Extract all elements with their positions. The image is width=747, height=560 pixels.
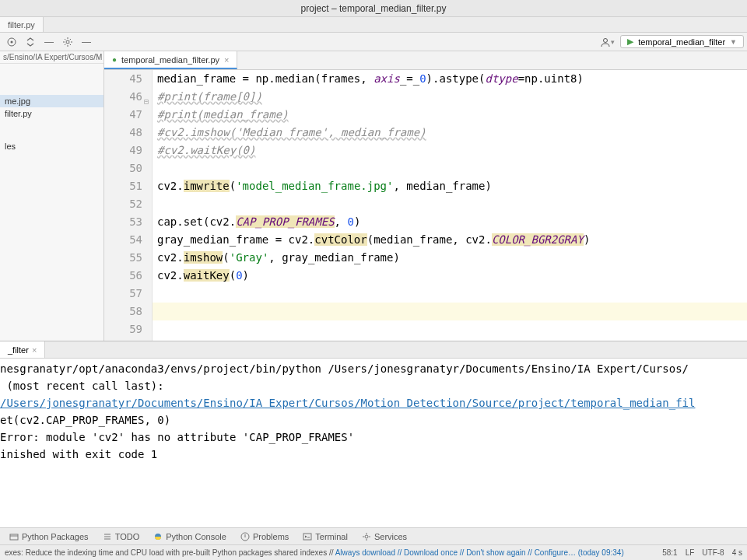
project-breadcrumb: s/Ensino/IA Expert/Cursos/M: [0, 51, 103, 64]
close-icon[interactable]: ×: [224, 55, 229, 65]
target-icon[interactable]: [3, 33, 20, 51]
code-line[interactable]: cap.set(cv2.CAP_PROP_FRAMES, 0): [153, 213, 747, 231]
gutter-line: 45: [104, 70, 142, 88]
python-console-button[interactable]: Python Console: [147, 528, 233, 544]
navigation-bar: — — ▾ ▶ temporal_median_filter ▼: [0, 33, 747, 51]
line-gutter: 4546⊟4748495051525354555657585960: [104, 70, 153, 341]
editor-tab-bar: ● temporal_median_filter.py ×: [104, 51, 747, 70]
code-line[interactable]: gray_median_frame = cv2.cvtColor(median_…: [153, 231, 747, 249]
window-title-bar: project – temporal_median_filter.py: [0, 0, 747, 17]
code-line[interactable]: [153, 303, 747, 320]
terminal-button[interactable]: Terminal: [296, 528, 354, 544]
project-item-extra[interactable]: les: [0, 140, 103, 152]
svg-point-9: [365, 535, 368, 538]
console-line: et(cv2.CAP_PROP_FRAMES, 0): [0, 411, 747, 429]
console-line: (most recent call last):: [0, 377, 747, 394]
services-button[interactable]: Services: [356, 528, 413, 544]
run-config-selector[interactable]: ▶ temporal_median_filter ▼: [620, 35, 744, 48]
code-line[interactable]: #print(median_frame): [153, 106, 747, 124]
code-line[interactable]: cv2.waitKey(0): [153, 267, 747, 285]
run-tab[interactable]: _filter ×: [0, 341, 45, 358]
svg-rect-4: [10, 534, 18, 540]
code-line[interactable]: [153, 338, 747, 341]
status-right: 58:1 LF UTF-8 4 s: [662, 548, 742, 557]
project-item[interactable]: me.jpg: [0, 95, 103, 107]
console-line: Error: module 'cv2' has no attribute 'CA…: [0, 429, 747, 446]
nav-left-group: — —: [3, 33, 95, 51]
status-bar: exes: Reduce the indexing time and CPU l…: [0, 544, 747, 560]
hide-icon[interactable]: —: [78, 33, 95, 51]
editor-tab[interactable]: ● temporal_median_filter.py ×: [104, 51, 237, 69]
code-line[interactable]: median_frame = np.median(frames, axis_=_…: [153, 70, 747, 88]
gutter-line: 53: [104, 213, 142, 231]
gutter-line: 54: [104, 231, 142, 249]
code-line[interactable]: [153, 159, 747, 177]
code-line[interactable]: [153, 320, 747, 338]
gutter-line: 57: [104, 285, 142, 303]
editor-tab-label: temporal_median_filter.py: [121, 55, 219, 65]
code-line[interactable]: [153, 285, 747, 303]
code-body[interactable]: median_frame = np.median(frames, axis_=_…: [153, 70, 747, 341]
run-panel: _filter × nesgranatyr/opt/anaconda3/envs…: [0, 341, 747, 527]
gutter-line: 48: [104, 124, 142, 142]
gutter-line: 50: [104, 159, 142, 177]
code-editor[interactable]: 4546⊟4748495051525354555657585960 median…: [104, 70, 747, 341]
code-line[interactable]: #cv2.waitKey(0): [153, 142, 747, 159]
close-icon[interactable]: ×: [32, 345, 37, 355]
user-icon[interactable]: ▾: [598, 33, 615, 51]
console-line: inished with exit code 1: [0, 446, 747, 463]
python-packages-button[interactable]: Python Packages: [3, 528, 95, 544]
status-links[interactable]: Always download // Download once // Don'…: [335, 548, 624, 557]
file-encoding[interactable]: UTF-8: [702, 548, 724, 557]
cursor-position[interactable]: 58:1: [662, 548, 677, 557]
gutter-line: 51: [104, 177, 142, 195]
indent-info[interactable]: 4 s: [732, 548, 742, 557]
svg-point-1: [11, 40, 13, 43]
problems-button[interactable]: Problems: [234, 528, 295, 544]
gutter-line: 52: [104, 195, 142, 213]
run-config-label: temporal_median_filter: [638, 37, 725, 47]
window-title: project – temporal_median_filter.py: [301, 3, 447, 14]
top-tab-label: filter.py: [8, 20, 35, 30]
project-tree[interactable]: s/Ensino/IA Expert/Cursos/M me.jpgfilter…: [0, 51, 104, 341]
code-line[interactable]: #cv2.imshow('Median frame', median_frame…: [153, 124, 747, 142]
svg-point-3: [603, 38, 607, 42]
code-line[interactable]: #print(frame[0]): [153, 88, 747, 106]
gutter-line: 56: [104, 267, 142, 285]
collapse-all-icon[interactable]: —: [40, 33, 58, 51]
bottom-tool-strip: Python Packages TODO Python Console Prob…: [0, 527, 747, 544]
code-line[interactable]: cv2.imshow('Gray', gray_median_frame): [153, 249, 747, 267]
status-message: exes: Reduce the indexing time and CPU l…: [5, 548, 624, 557]
gutter-line: 60: [104, 338, 142, 341]
run-tab-strip: _filter ×: [0, 341, 747, 359]
editor-area: ● temporal_median_filter.py × 4546⊟47484…: [104, 51, 747, 341]
chevron-down-icon: ▼: [730, 38, 737, 46]
todo-button[interactable]: TODO: [96, 528, 146, 544]
python-file-icon: ●: [112, 55, 117, 64]
main-area: s/Ensino/IA Expert/Cursos/M me.jpgfilter…: [0, 51, 747, 341]
run-tab-label: _filter: [8, 345, 29, 355]
gutter-line: 59: [104, 320, 142, 338]
gear-icon[interactable]: [59, 33, 76, 51]
top-tab-strip: filter.py: [0, 17, 747, 33]
top-tab[interactable]: filter.py: [0, 17, 44, 32]
code-line[interactable]: cv2.imwrite('model_median_frame.jpg', me…: [153, 177, 747, 195]
expand-all-icon[interactable]: [22, 33, 39, 51]
console-line: nesgranatyr/opt/anaconda3/envs/project/b…: [0, 360, 747, 377]
gutter-line: 55: [104, 249, 142, 267]
code-line[interactable]: [153, 195, 747, 213]
svg-point-2: [66, 40, 69, 44]
gutter-line: 58: [104, 303, 142, 320]
project-item[interactable]: filter.py: [0, 107, 103, 120]
console-output[interactable]: nesgranatyr/opt/anaconda3/envs/project/b…: [0, 359, 747, 527]
nav-right-group: ▾ ▶ temporal_median_filter ▼: [598, 33, 744, 51]
line-separator[interactable]: LF: [686, 548, 695, 557]
play-icon: ▶: [627, 37, 633, 47]
gutter-line: 46⊟: [104, 88, 142, 106]
gutter-line: 47: [104, 106, 142, 124]
gutter-line: 49: [104, 142, 142, 159]
console-line: /Users/jonesgranatyr/Documents/Ensino/IA…: [0, 394, 747, 411]
